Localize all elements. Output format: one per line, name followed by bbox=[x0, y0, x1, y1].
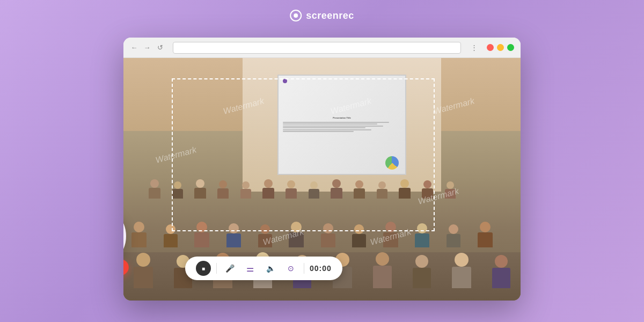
nav-back-button[interactable]: ← bbox=[130, 43, 138, 52]
logo-text: screenrec bbox=[306, 10, 354, 21]
webcam-button[interactable]: ⊙ bbox=[283, 261, 298, 276]
browser-chrome: ← → ↺ ⋮ bbox=[123, 38, 521, 58]
nav-refresh-button[interactable]: ↺ bbox=[156, 43, 164, 52]
watermark-4: Watermark bbox=[155, 145, 197, 165]
toolbar-divider-1 bbox=[216, 263, 217, 274]
window-close-button[interactable] bbox=[487, 44, 494, 51]
webcam-icon: ⊙ bbox=[288, 264, 294, 273]
address-bar[interactable] bbox=[173, 42, 461, 54]
recording-toolbar: ■ 🎤 ⚌ 🔈 ⊙ 00:00 bbox=[185, 257, 342, 280]
window-minimize-button[interactable] bbox=[497, 44, 504, 51]
logo-plain: screen bbox=[306, 10, 339, 21]
timer-display: 00:00 bbox=[310, 264, 332, 273]
eq-icon: ⚌ bbox=[246, 264, 254, 274]
logo-bar: screenrec bbox=[290, 10, 354, 21]
pie-chart bbox=[385, 156, 399, 170]
projection-wall: Presentation Title bbox=[243, 58, 441, 192]
toolbar-divider-2 bbox=[304, 263, 304, 274]
browser-content: Presentation Title bbox=[123, 58, 521, 301]
mic-icon: 🎤 bbox=[225, 264, 235, 273]
projection-screen: Presentation Title bbox=[277, 75, 407, 174]
browser-menu-button[interactable]: ⋮ bbox=[470, 43, 478, 52]
logo-icon bbox=[290, 10, 302, 21]
stop-icon: ■ bbox=[202, 266, 205, 272]
equalizer-button[interactable]: ⚌ bbox=[243, 261, 258, 276]
window-maximize-button[interactable] bbox=[507, 44, 514, 51]
speaker-icon: 🔈 bbox=[266, 264, 275, 273]
speaker-button[interactable]: 🔈 bbox=[263, 261, 278, 276]
conference-scene: Presentation Title bbox=[123, 58, 521, 301]
stop-button[interactable]: ■ bbox=[196, 261, 211, 276]
window-controls bbox=[487, 44, 514, 51]
logo-bold: rec bbox=[339, 10, 354, 21]
microphone-button[interactable]: 🎤 bbox=[222, 261, 237, 276]
browser-window: ← → ↺ ⋮ Presentation Title bbox=[123, 38, 521, 301]
nav-forward-button[interactable]: → bbox=[143, 43, 151, 52]
